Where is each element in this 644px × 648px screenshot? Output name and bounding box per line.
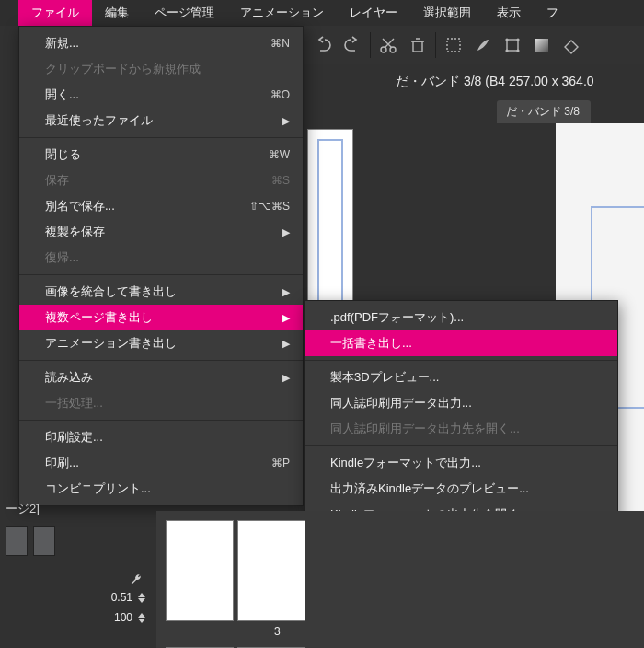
menu-page[interactable]: ページ管理 [142,0,227,26]
menu-file[interactable]: ファイル [18,0,92,26]
wrench-icon[interactable] [129,571,145,587]
thumb[interactable] [6,526,28,556]
tool-undo[interactable] [309,31,337,59]
menu-item[interactable]: 別名で保存...⇧⌥⌘S [19,193,303,219]
sidebar: ージ2] 0.51 100 [0,497,155,628]
menu-item[interactable]: アニメーション書き出し▶ [19,330,303,356]
menu-item-label: 複数ページ書き出し [45,309,282,326]
submenu-item[interactable]: 同人誌印刷用データ出力... [305,390,617,416]
tool-delete[interactable] [404,31,431,59]
menu-item-label: 開く... [45,87,270,103]
submenu-item-label: 出力済みKindleデータのプレビュー... [330,480,529,497]
page-number: 3 [274,625,281,638]
tool-cut[interactable] [374,31,402,59]
menu-item-label: 新規... [45,35,270,52]
menu-item[interactable]: 画像を統合して書き出し▶ [19,279,303,305]
submenu-item[interactable]: 製本3Dプレビュー... [305,364,617,390]
menu-item[interactable]: 印刷設定... [19,424,303,450]
menu-item[interactable]: 印刷...⌘P [19,450,303,476]
submenu-item[interactable]: 一括書き出し... [305,330,617,356]
tab-document[interactable]: だ・バンド 3/8 [497,100,591,123]
tool-marquee[interactable] [440,31,467,59]
menu-item: 一括処理... [19,390,303,416]
menu-layer[interactable]: レイヤー [337,0,410,26]
menu-item[interactable]: 閉じる⌘W [19,142,303,168]
menu-item[interactable]: 複数ページ書き出し▶ [19,305,303,330]
menu-item-label: 復帰... [45,249,290,266]
toolbar [304,26,644,64]
submenu-item[interactable]: Kindleフォーマットで出力... [305,450,617,476]
menu-more[interactable]: フ [534,0,571,26]
menubar: ファイル 編集 ページ管理 アニメーション レイヤー 選択範囲 表示 フ [0,0,644,26]
submenu-arrow-icon: ▶ [282,338,290,350]
menu-shortcut: ⌘O [270,88,290,101]
submenu-item-label: 同人誌印刷用データ出力... [330,395,472,411]
tool-redo[interactable] [339,31,366,59]
menu-separator [305,446,617,446]
submenu-item-label: 製本3Dプレビュー... [330,369,439,386]
svg-rect-9 [535,39,548,52]
thumb[interactable] [33,526,55,556]
submenu-arrow-icon: ▶ [282,226,290,238]
opacity-value: 100 [101,611,132,624]
svg-rect-3 [447,39,460,52]
submenu-arrow-icon: ▶ [282,312,290,324]
menu-selection[interactable]: 選択範囲 [410,0,484,26]
menu-separator [19,360,303,361]
submenu-item-label: 一括書き出し... [330,335,412,352]
svg-point-0 [381,47,386,52]
page-strip: 3 [156,511,644,648]
menu-item: クリップボードから新規作成 [19,56,303,82]
menu-item-label: 一括処理... [45,395,290,411]
menu-shortcut: ⌘W [269,148,290,161]
submenu-item-label: 同人誌印刷用データ出力先を開く... [330,421,520,437]
tool-brush[interactable] [469,31,497,59]
svg-point-1 [390,47,396,52]
menu-shortcut: ⌘P [271,457,290,469]
menu-item[interactable]: 複製を保存▶ [19,219,303,245]
menu-animation[interactable]: アニメーション [227,0,337,26]
menu-item[interactable]: 最近使ったファイル▶ [19,108,303,133]
svg-point-6 [516,38,519,40]
canvas-page-bg [307,129,353,313]
menu-item-label: コンビニプリント... [45,480,290,497]
submenu-arrow-icon: ▶ [282,372,290,384]
submenu-item: 同人誌印刷用データ出力先を開く... [305,416,617,442]
menu-item-label: 印刷... [45,455,271,471]
page-thumb[interactable] [237,520,305,621]
tab-row: だ・バンド 3/8 [497,98,591,123]
menu-separator [19,274,303,275]
svg-point-8 [516,49,519,52]
menu-item-label: クリップボードから新規作成 [45,61,290,77]
page-thumb[interactable] [166,520,234,621]
tool-fill[interactable] [558,31,585,59]
submenu-arrow-icon: ▶ [282,286,290,298]
toolbar-separator [435,32,436,58]
menu-item[interactable]: 開く...⌘O [19,82,303,108]
tool-transform[interactable] [499,31,526,59]
file-menu: 新規...⌘Nクリップボードから新規作成開く...⌘O最近使ったファイル▶閉じる… [18,26,304,506]
page-tab-label[interactable]: ージ2] [6,501,40,517]
menu-item-label: 複製を保存 [45,224,282,240]
menu-item-label: 閉じる [45,146,269,163]
menu-item[interactable]: 読み込み▶ [19,364,303,390]
submenu-item[interactable]: .pdf(PDFフォーマット)... [305,305,617,330]
menu-shortcut: ⌘S [271,174,290,187]
menu-separator [305,360,617,361]
menu-item-label: 印刷設定... [45,429,290,446]
menu-edit[interactable]: 編集 [92,0,142,26]
stepper-icon[interactable] [138,593,145,603]
menu-item: 復帰... [19,245,303,271]
submenu-item-label: .pdf(PDFフォーマット)... [330,309,464,326]
tool-gradient[interactable] [528,31,556,59]
submenu-item[interactable]: 出力済みKindleデータのプレビュー... [305,476,617,502]
menu-shortcut: ⌘N [270,37,290,50]
menu-item-label: 読み込み [45,369,282,386]
menu-separator [19,420,303,421]
stepper-icon[interactable] [138,613,145,623]
menu-view[interactable]: 表示 [484,0,534,26]
zoom-value: 0.51 [101,591,132,604]
menu-item[interactable]: 新規...⌘N [19,30,303,56]
thumbs-row [0,521,155,561]
menu-item-label: 保存 [45,172,271,189]
